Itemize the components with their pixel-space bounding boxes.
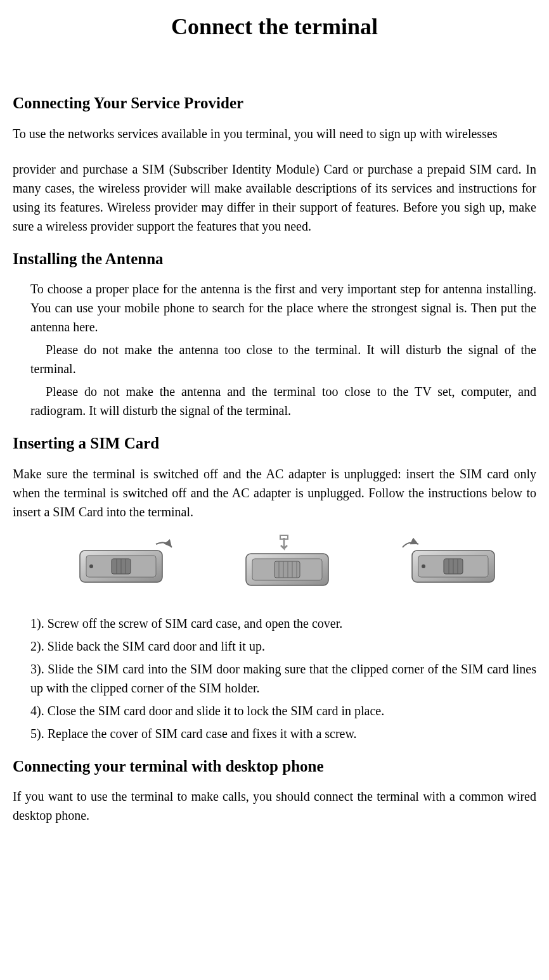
svg-rect-9 — [274, 561, 300, 578]
sim-step-4: 4). Close the SIM card door and slide it… — [30, 701, 536, 720]
sim-image-step-1-icon — [67, 535, 175, 592]
paragraph-antenna-3: Please do not make the antenna and the t… — [30, 382, 536, 420]
heading-antenna: Installing the Antenna — [13, 247, 536, 271]
paragraph-desktop-phone: If you want to use the terminal to make … — [13, 787, 536, 825]
sim-images-row — [38, 531, 536, 595]
svg-point-22 — [422, 564, 425, 568]
paragraph-service-provider-2: provider and purchase a SIM (Subscriber … — [13, 160, 536, 236]
svg-point-6 — [89, 564, 93, 568]
page-title: Connect the terminal — [13, 10, 536, 44]
paragraph-antenna-1: To choose a proper place for the antenna… — [30, 279, 536, 336]
heading-sim-card: Inserting a SIM Card — [13, 431, 536, 455]
svg-rect-15 — [280, 535, 288, 539]
sim-step-2: 2). Slide back the SIM card door and lif… — [30, 637, 536, 656]
heading-desktop-phone: Connecting your terminal with desktop ph… — [13, 754, 536, 779]
paragraph-service-provider-1: To use the networks services available i… — [13, 124, 536, 143]
sim-step-1: 1). Screw off the screw of SIM card case… — [30, 614, 536, 633]
sim-image-step-3-icon — [399, 535, 507, 592]
sim-image-step-2-icon — [233, 535, 341, 592]
sim-step-5: 5). Replace the cover of SIM card case a… — [30, 724, 536, 743]
paragraph-antenna-2: Please do not make the antenna too close… — [30, 340, 536, 378]
paragraph-sim-intro: Make sure the terminal is switched off a… — [13, 464, 536, 521]
heading-service-provider: Connecting Your Service Provider — [13, 91, 536, 115]
sim-step-3: 3). Slide the SIM card into the SIM door… — [30, 659, 536, 697]
